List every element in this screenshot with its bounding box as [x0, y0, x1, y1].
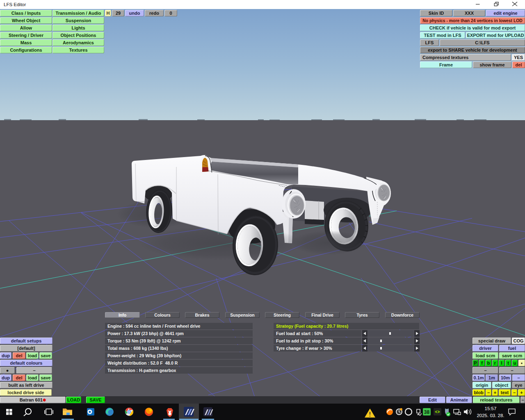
svg-text:15:57: 15:57 — [485, 406, 497, 411]
svg-text:38: 38 — [424, 409, 430, 415]
svg-text:2025. 03. 28.: 2025. 03. 28. — [477, 413, 504, 418]
